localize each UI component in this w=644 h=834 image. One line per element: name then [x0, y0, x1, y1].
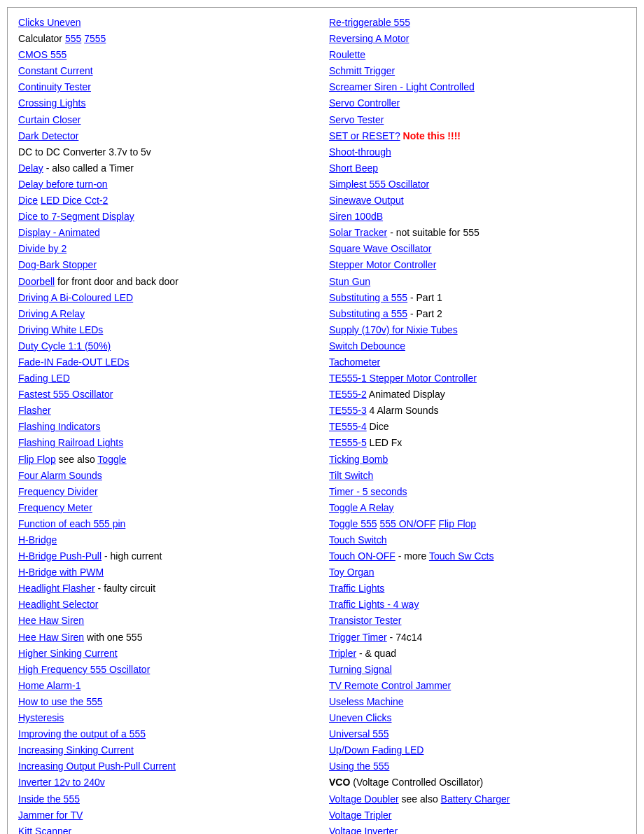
list-link[interactable]: Toggle 555 — [329, 518, 377, 529]
list-link[interactable]: 555 ON/OFF — [379, 518, 435, 529]
list-link[interactable]: Touch ON-OFF — [329, 550, 396, 562]
list-link[interactable]: Timer - 5 seconds — [329, 486, 407, 497]
list-link[interactable]: Simplest 555 Oscillator — [329, 179, 429, 190]
list-link[interactable]: Tripler — [329, 648, 356, 659]
list-link[interactable]: Headlight Flasher — [18, 583, 95, 594]
list-link[interactable]: Fading LED — [18, 373, 70, 384]
list-link[interactable]: Toy Organ — [329, 567, 374, 578]
list-link[interactable]: CMOS 555 — [18, 49, 66, 60]
list-link[interactable]: Crossing Lights — [18, 97, 86, 109]
list-link[interactable]: Dice — [18, 195, 38, 206]
list-link[interactable]: Servo Controller — [329, 97, 400, 109]
list-link[interactable]: Short Beep — [329, 162, 378, 174]
list-link[interactable]: Dog-Bark Stopper — [18, 259, 97, 270]
list-link[interactable]: Dark Detector — [18, 130, 78, 141]
list-link[interactable]: Touch Sw Ccts — [429, 550, 494, 562]
list-link[interactable]: Clicks Uneven — [18, 17, 80, 28]
list-link[interactable]: Trigger Timer — [329, 632, 387, 643]
list-link[interactable]: Four Alarm Sounds — [18, 470, 102, 481]
list-link[interactable]: Curtain Closer — [18, 114, 80, 125]
list-link[interactable]: 7555 — [84, 33, 106, 44]
list-link[interactable]: Battery Charger — [441, 793, 510, 805]
list-link[interactable]: Headlight Selector — [18, 599, 98, 610]
list-link[interactable]: Up/Down Fading LED — [329, 744, 424, 756]
list-link[interactable]: SET or RESET? — [329, 130, 400, 141]
list-link[interactable]: LED Dice Cct-2 — [41, 195, 108, 206]
list-link[interactable]: Frequency Divider — [18, 486, 98, 497]
list-link[interactable]: Jammer for TV — [18, 809, 83, 821]
list-link[interactable]: Continuity Tester — [18, 81, 91, 92]
list-link[interactable]: Higher Sinking Current — [18, 648, 118, 659]
list-link[interactable]: Fade-IN Fade-OUT LEDs — [18, 356, 129, 368]
list-link[interactable]: Flasher — [18, 405, 51, 416]
list-link[interactable]: Flashing Railroad Lights — [18, 437, 123, 448]
list-link[interactable]: Frequency Meter — [18, 502, 92, 513]
list-link[interactable]: H-Bridge — [18, 534, 57, 545]
list-link[interactable]: Kitt Scanner — [18, 826, 71, 834]
list-link[interactable]: Uneven Clicks — [329, 712, 391, 723]
list-link[interactable]: Ticking Bomb — [329, 454, 388, 465]
list-link[interactable]: Dice to 7-Segment Display — [18, 211, 134, 222]
list-link[interactable]: Display - Animated — [18, 227, 100, 238]
list-link[interactable]: Reversing A Motor — [329, 33, 409, 44]
list-link[interactable]: Driving White LEDs — [18, 324, 103, 335]
list-link[interactable]: Siren 100dB — [329, 211, 383, 222]
list-link[interactable]: H-Bridge with PWM — [18, 567, 104, 578]
list-link[interactable]: Driving A Relay — [18, 308, 85, 319]
list-link[interactable]: Increasing Sinking Current — [18, 744, 134, 756]
list-link[interactable]: Touch Switch — [329, 534, 386, 545]
list-link[interactable]: TE555-1 Stepper Motor Controller — [329, 373, 477, 384]
list-link[interactable]: Fastest 555 Oscillator — [18, 389, 113, 400]
list-link[interactable]: Hysteresis — [18, 712, 64, 723]
list-link[interactable]: Transistor Tester — [329, 615, 401, 626]
list-link[interactable]: Solar Tracker — [329, 227, 387, 238]
list-link[interactable]: Home Alarm-1 — [18, 680, 80, 691]
list-link[interactable]: Roulette — [329, 49, 365, 60]
list-link[interactable]: Substituting a 555 — [329, 292, 407, 303]
list-link[interactable]: TE555-5 — [329, 437, 367, 448]
list-link[interactable]: Stun Gun — [329, 276, 370, 287]
list-link[interactable]: Function of each 555 pin — [18, 518, 125, 529]
list-link[interactable]: Voltage Inverter — [329, 826, 398, 834]
list-link[interactable]: Constant Current — [18, 65, 93, 76]
list-link[interactable]: Hee Haw Siren — [18, 632, 84, 643]
list-link[interactable]: Using the 555 — [329, 760, 389, 772]
list-link[interactable]: Flip Flop — [18, 454, 56, 465]
list-link[interactable]: Square Wave Oscillator — [329, 243, 432, 254]
list-link[interactable]: Toggle — [97, 454, 126, 465]
list-link[interactable]: TE555-3 — [329, 405, 367, 416]
list-link[interactable]: Sinewave Output — [329, 195, 404, 206]
list-link[interactable]: Inside the 555 — [18, 793, 80, 805]
list-link[interactable]: Duty Cycle 1:1 (50%) — [18, 340, 111, 352]
list-link[interactable]: Substituting a 555 — [329, 308, 407, 319]
list-link[interactable]: Flip Flop — [438, 518, 476, 529]
list-link[interactable]: High Frequency 555 Oscillator — [18, 664, 150, 675]
list-link[interactable]: Improving the output of a 555 — [18, 728, 146, 739]
list-link[interactable]: Schmitt Trigger — [329, 65, 395, 76]
list-link[interactable]: Supply (170v) for Nixie Tubes — [329, 324, 458, 335]
list-link[interactable]: Divide by 2 — [18, 243, 66, 254]
list-link[interactable]: Toggle A Relay — [329, 502, 394, 513]
list-link[interactable]: Traffic Lights — [329, 583, 384, 594]
list-link[interactable]: H-Bridge Push-Pull — [18, 550, 102, 562]
list-link[interactable]: 555 — [65, 33, 81, 44]
list-link[interactable]: Doorbell — [18, 276, 55, 287]
list-link[interactable]: Switch Debounce — [329, 340, 405, 352]
list-link[interactable]: TE555-4 — [329, 421, 367, 432]
list-link[interactable]: Delay — [18, 162, 43, 174]
list-link[interactable]: TV Remote Control Jammer — [329, 680, 451, 691]
list-link[interactable]: Hee Haw Siren — [18, 615, 84, 626]
list-link[interactable]: Re-triggerable 555 — [329, 17, 410, 28]
list-link[interactable]: TE555-2 — [329, 389, 367, 400]
list-link[interactable]: Tilt Switch — [329, 470, 373, 481]
list-link[interactable]: Shoot-through — [329, 146, 391, 158]
list-link[interactable]: Delay before turn-on — [18, 179, 108, 190]
list-link[interactable]: Screamer Siren - Light Controlled — [329, 81, 475, 92]
list-link[interactable]: How to use the 555 — [18, 696, 103, 707]
list-link[interactable]: Flashing Indicators — [18, 421, 101, 432]
list-link[interactable]: Tachometer — [329, 356, 380, 368]
list-link[interactable]: Universal 555 — [329, 728, 389, 739]
list-link[interactable]: Servo Tester — [329, 114, 384, 125]
list-link[interactable]: Traffic Lights - 4 way — [329, 599, 419, 610]
list-link[interactable]: Stepper Motor Controller — [329, 259, 436, 270]
